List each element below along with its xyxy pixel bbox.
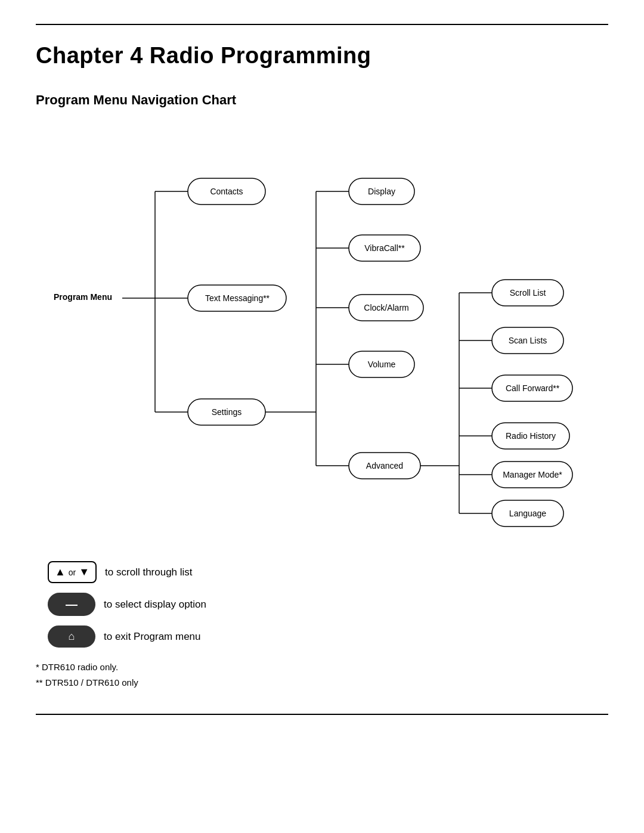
legend-area: ▲ or ▼ to scroll through list — to selec… — [36, 561, 608, 648]
call-forward-node-label: Call Forward** — [506, 383, 560, 393]
footnotes: * DTR610 radio only. ** DTR510 / DTR610 … — [36, 659, 608, 690]
bottom-rule — [36, 714, 608, 715]
settings-node-label: Settings — [212, 407, 242, 417]
contacts-node-label: Contacts — [210, 187, 243, 196]
page-container: Chapter 4 Radio Programming Program Menu… — [0, 0, 644, 833]
exit-legend-text: to exit Program menu — [104, 631, 201, 643]
exit-legend-item: ⌂ to exit Program menu — [48, 625, 608, 648]
program-menu-label: Program Menu — [54, 292, 112, 302]
scroll-legend-icon: ▲ or ▼ — [48, 561, 97, 583]
text-messaging-node-label: Text Messaging** — [205, 293, 270, 303]
manager-mode-node-label: Manager Mode* — [503, 470, 562, 479]
chart-svg: Program Menu Contacts Text Messaging** S… — [36, 126, 608, 543]
down-arrow-icon: ▼ — [79, 566, 89, 578]
scroll-list-node-label: Scroll List — [510, 288, 546, 298]
advanced-node-label: Advanced — [366, 461, 403, 470]
radio-history-node-label: Radio History — [506, 431, 556, 441]
or-text: or — [69, 568, 76, 577]
select-legend-item: — to select display option — [48, 593, 608, 616]
scroll-legend-text: to scroll through list — [105, 566, 192, 578]
section-title: Program Menu Navigation Chart — [36, 92, 608, 108]
select-legend-icon: — — [48, 593, 95, 616]
footnote-line2: ** DTR510 / DTR610 only — [36, 675, 608, 690]
exit-legend-icon: ⌂ — [48, 625, 95, 648]
select-legend-text: to select display option — [104, 599, 206, 611]
chapter-title: Chapter 4 Radio Programming — [36, 43, 608, 69]
chart-area: Program Menu Contacts Text Messaging** S… — [36, 126, 608, 543]
clock-alarm-node-label: Clock/Alarm — [364, 303, 408, 312]
scroll-legend-item: ▲ or ▼ to scroll through list — [48, 561, 608, 583]
vibracall-node-label: VibraCall** — [364, 243, 405, 253]
scan-lists-node-label: Scan Lists — [509, 336, 547, 345]
top-rule — [36, 24, 608, 25]
display-node-label: Display — [368, 187, 395, 196]
home-icon: ⌂ — [69, 630, 75, 643]
volume-node-label: Volume — [368, 360, 396, 369]
minus-icon: — — [66, 597, 78, 611]
language-node-label: Language — [509, 509, 547, 518]
footnote-line1: * DTR610 radio only. — [36, 659, 608, 675]
up-arrow-icon: ▲ — [55, 566, 66, 578]
